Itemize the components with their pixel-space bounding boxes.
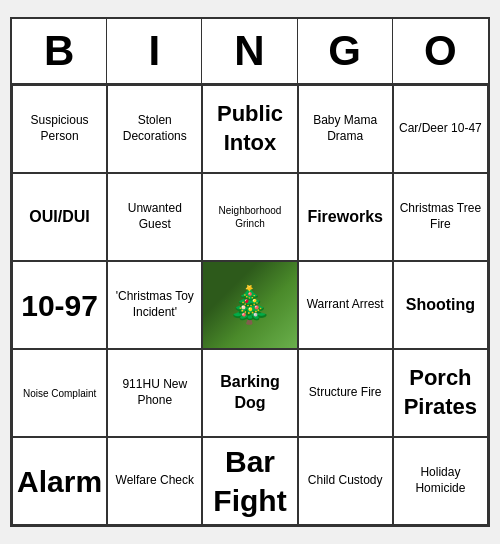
cell-21[interactable]: Welfare Check — [107, 437, 202, 525]
cell-0[interactable]: Suspicious Person — [12, 85, 107, 173]
cell-9[interactable]: Christmas Tree Fire — [393, 173, 488, 261]
cell-19[interactable]: Porch Pirates — [393, 349, 488, 437]
letter-g: G — [298, 19, 393, 83]
cell-20[interactable]: Alarm — [12, 437, 107, 525]
letter-n: N — [202, 19, 297, 83]
cell-6[interactable]: Unwanted Guest — [107, 173, 202, 261]
cell-1[interactable]: Stolen Decorations — [107, 85, 202, 173]
cell-14[interactable]: Shooting — [393, 261, 488, 349]
cell-13[interactable]: Warrant Arrest — [298, 261, 393, 349]
cell-16[interactable]: 911HU New Phone — [107, 349, 202, 437]
bingo-card: B I N G O Suspicious PersonStolen Decora… — [10, 17, 490, 527]
cell-12[interactable]: 🎄 — [202, 261, 297, 349]
letter-o: O — [393, 19, 488, 83]
letter-b: B — [12, 19, 107, 83]
bingo-grid: Suspicious PersonStolen DecorationsPubli… — [12, 85, 488, 525]
cell-11[interactable]: 'Christmas Toy Incident' — [107, 261, 202, 349]
cell-18[interactable]: Structure Fire — [298, 349, 393, 437]
cell-5[interactable]: OUI/DUI — [12, 173, 107, 261]
cell-15[interactable]: Noise Complaint — [12, 349, 107, 437]
letter-i: I — [107, 19, 202, 83]
cell-4[interactable]: Car/Deer 10-47 — [393, 85, 488, 173]
cell-7[interactable]: Neighborhood Grinch — [202, 173, 297, 261]
cell-8[interactable]: Fireworks — [298, 173, 393, 261]
cell-22[interactable]: Bar Fight — [202, 437, 297, 525]
cell-17[interactable]: Barking Dog — [202, 349, 297, 437]
cell-23[interactable]: Child Custody — [298, 437, 393, 525]
cell-24[interactable]: Holiday Homicide — [393, 437, 488, 525]
cell-10[interactable]: 10-97 — [12, 261, 107, 349]
bingo-header: B I N G O — [12, 19, 488, 85]
cell-3[interactable]: Baby Mama Drama — [298, 85, 393, 173]
cell-2[interactable]: Public Intox — [202, 85, 297, 173]
